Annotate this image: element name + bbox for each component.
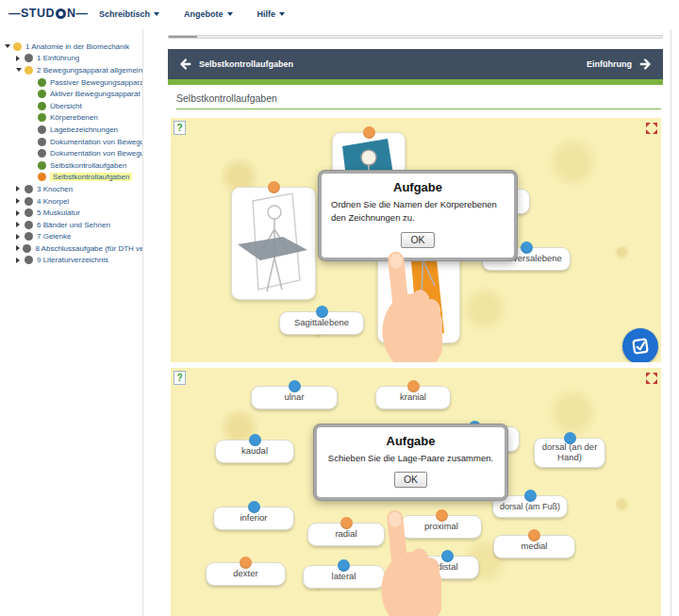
caret-closed-icon[interactable] — [16, 198, 25, 204]
drag-label-inferior[interactable]: inferior — [213, 507, 294, 530]
drag-label-text: ulnar — [284, 391, 304, 402]
sidebar-item-knochen[interactable]: 3 Knochen — [16, 183, 142, 195]
drag-label-text: kaudal — [241, 445, 268, 456]
sidebar-item-anatomie-in-der-biomechanik[interactable]: 1 Anatomie in der Biomechanik — [5, 41, 142, 53]
drag-dot-icon — [436, 509, 448, 522]
caret-closed-icon[interactable] — [16, 222, 25, 227]
status-dot-icon — [23, 244, 31, 253]
menu-label: Angebote — [184, 9, 224, 19]
caret-closed-icon[interactable] — [16, 234, 25, 240]
caret-closed-icon[interactable] — [16, 258, 25, 263]
menu-angebote[interactable]: Angebote — [184, 9, 233, 19]
sidebar-item-label: 7 Gelenke — [37, 232, 71, 241]
status-dot-icon — [38, 78, 46, 87]
drag-dot-icon — [407, 380, 420, 392]
caret-closed-icon[interactable] — [16, 56, 25, 61]
drop-card-transversalebene[interactable] — [231, 187, 316, 300]
sidebar-item-einfuehrung[interactable]: 1 Einführung — [16, 53, 142, 65]
caret-closed-icon[interactable] — [16, 245, 23, 251]
sidebar-item-label: Dokumentation von Bewegungen (1 — [50, 138, 142, 146]
fullscreen-icon[interactable] — [646, 373, 657, 384]
dialog-text: Schieben Sie die Lage-Paare zusammen. — [326, 452, 495, 465]
pager-previous[interactable]: Selbstkontrollaufgaben — [177, 57, 293, 72]
ok-button[interactable]: OK — [394, 472, 427, 488]
pager-next[interactable]: Einführung — [587, 57, 654, 72]
sidebar-item-abschlussaufgabe[interactable]: 8 Abschlussaufgabe (für DTH verpflicht — [16, 242, 142, 255]
drag-label-sagittalebene[interactable]: Sagittalebene — [279, 311, 364, 335]
chevron-down-icon — [154, 12, 159, 16]
menu-label: Hilfe — [257, 9, 276, 19]
drag-dot-icon — [240, 557, 252, 569]
h5p-activity-koerperebenen: ? Transversalebene Sagitta — [171, 118, 661, 362]
drag-label-lateral[interactable]: lateral — [303, 565, 385, 589]
drag-label-text: proximal — [424, 521, 458, 531]
main-menu: Schreibtisch Angebote Hilfe — [99, 0, 285, 28]
sidebar-item-dokumentation-von-bewegungen-2[interactable]: Dokumentation von Bewegungen (2 — [38, 147, 142, 159]
sidebar-item-label: 9 Literaturverzeichnis — [37, 256, 108, 264]
studon-logo[interactable]: —STUDN— — [8, 7, 89, 20]
help-icon[interactable]: ? — [174, 371, 186, 385]
status-dot-icon — [25, 54, 33, 62]
sidebar-item-dokumentation-von-bewegungen-1[interactable]: Dokumentation von Bewegungen (1 — [38, 136, 142, 148]
sidebar-item-uebersicht[interactable]: Übersicht — [38, 100, 142, 112]
sidebar-item-baender-und-sehnen[interactable]: 6 Bänder und Sehnen — [16, 219, 142, 231]
help-icon[interactable]: ? — [174, 121, 186, 135]
sidebar-item-lagebezeichnungen[interactable]: Lagebezeichnungen — [38, 124, 142, 136]
drag-dot-icon — [528, 529, 540, 541]
chevron-down-icon — [279, 12, 285, 16]
drag-label-dorsal-hand[interactable]: dorsal (an der Hand) — [534, 438, 605, 468]
drag-label-text: lateral — [332, 571, 356, 581]
drag-dot-icon — [340, 517, 353, 529]
dialog-text: Ordnen Sie die Namen der Körperebenen de… — [331, 198, 505, 225]
caret-open-icon[interactable] — [16, 68, 25, 72]
sidebar-item-knorpel[interactable]: 4 Knorpel — [16, 195, 142, 208]
sidebar-item-literaturverzeichnis[interactable]: 9 Literaturverzeichnis — [16, 255, 142, 267]
drag-dot-icon — [521, 241, 533, 254]
drag-label-kranial[interactable]: kranial — [375, 386, 451, 409]
caret-open-icon[interactable] — [5, 44, 13, 48]
status-dot-icon — [25, 221, 33, 229]
drag-dot-icon — [316, 306, 328, 318]
content-right-divider — [671, 29, 671, 616]
sidebar-item-koerperebenen[interactable]: Körperebenen — [38, 112, 142, 125]
horizontal-scrollbar[interactable] — [168, 35, 663, 39]
h5p-activity-lagepaare: ? ulnar kranial kaudal dorsal (an der Ha… — [171, 368, 661, 616]
check-answer-button[interactable] — [622, 328, 658, 362]
sidebar-item-aktiver-bewegungsapparat[interactable]: Aktiver Bewegungsapparat — [38, 88, 142, 100]
sidebar-item-gelenke[interactable]: 7 Gelenke — [16, 231, 142, 243]
sidebar-item-label: 1 Anatomie in der Biomechanik — [25, 42, 129, 51]
sidebar-item-muskulatur[interactable]: 5 Muskulatur — [16, 207, 142, 219]
top-bar: —STUDN— Schreibtisch Angebote Hilfe — [0, 0, 679, 28]
drag-label-distal[interactable]: distal — [416, 556, 479, 579]
drop-dot-icon[interactable] — [268, 181, 280, 193]
scrollbar-thumb[interactable] — [169, 36, 197, 38]
drop-dot-icon[interactable] — [363, 126, 375, 139]
status-dot-icon — [25, 185, 33, 193]
dialog-title: Aufgabe — [326, 434, 495, 448]
drag-label-dexter[interactable]: dexter — [206, 562, 286, 586]
status-dot-icon — [38, 161, 46, 170]
drag-label-proximal[interactable]: proximal — [401, 515, 482, 539]
ok-button[interactable]: OK — [401, 232, 434, 248]
arrow-left-icon — [177, 57, 192, 72]
sidebar-item-passiver-bewegungsapparat[interactable]: Passiver Bewegungsapparat — [38, 76, 142, 89]
caret-closed-icon[interactable] — [16, 210, 25, 216]
sidebar-item-label: 4 Knorpel — [37, 197, 69, 206]
status-dot-icon — [38, 138, 46, 146]
sidebar-item-bewegungsapparat-allgemein[interactable]: 2 Bewegungsapparat allgemein — [16, 64, 142, 76]
chapter-pager-bar: Selbstkontrollaufgaben Einführung — [168, 49, 663, 79]
sidebar-item-label: Aktiver Bewegungsapparat — [50, 90, 141, 98]
drag-label-ulnar[interactable]: ulnar — [251, 386, 338, 409]
drag-label-kaudal[interactable]: kaudal — [215, 440, 294, 463]
fullscreen-icon[interactable] — [646, 123, 657, 134]
menu-schreibtisch[interactable]: Schreibtisch — [99, 9, 159, 19]
menu-hilfe[interactable]: Hilfe — [257, 9, 286, 19]
sidebar-item-selbstkontrollaufgaben-1[interactable]: Selbstkontrollaufgaben — [38, 159, 142, 172]
caret-closed-icon[interactable] — [16, 186, 25, 191]
status-dot-icon — [38, 149, 46, 158]
drag-label-radial[interactable]: radial — [307, 523, 385, 546]
drag-label-medial[interactable]: medial — [493, 535, 575, 558]
sidebar-item-selbstkontrollaufgaben-2[interactable]: Selbstkontrollaufgaben — [38, 172, 142, 184]
status-dot-icon — [25, 208, 33, 217]
status-dot-icon — [38, 90, 46, 98]
